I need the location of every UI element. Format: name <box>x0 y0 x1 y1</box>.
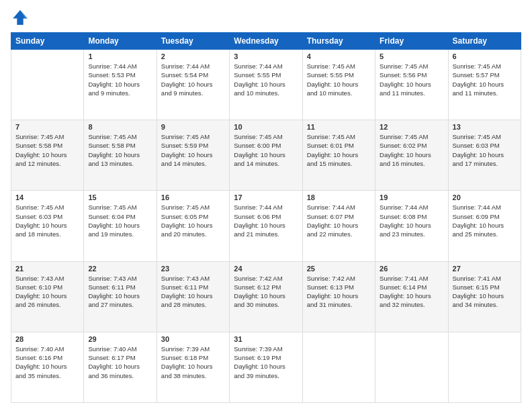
calendar-cell: 6Sunrise: 7:45 AM Sunset: 5:57 PM Daylig… <box>448 50 521 120</box>
day-info: Sunrise: 7:40 AM Sunset: 6:16 PM Dayligh… <box>15 345 79 380</box>
calendar-cell: 12Sunrise: 7:45 AM Sunset: 6:02 PM Dayli… <box>375 120 448 191</box>
calendar-cell: 9Sunrise: 7:45 AM Sunset: 5:59 PM Daylig… <box>157 120 229 191</box>
day-number: 27 <box>453 265 517 273</box>
calendar-cell: 5Sunrise: 7:45 AM Sunset: 5:56 PM Daylig… <box>375 50 448 120</box>
day-info: Sunrise: 7:45 AM Sunset: 5:59 PM Dayligh… <box>161 132 225 168</box>
day-number: 20 <box>453 193 517 201</box>
day-info: Sunrise: 7:44 AM Sunset: 5:53 PM Dayligh… <box>88 62 152 97</box>
calendar-cell <box>375 332 448 402</box>
day-info: Sunrise: 7:44 AM Sunset: 6:06 PM Dayligh… <box>234 203 298 238</box>
weekday-header-wednesday: Wednesday <box>230 33 302 50</box>
day-number: 1 <box>88 52 152 60</box>
calendar-cell: 11Sunrise: 7:45 AM Sunset: 6:01 PM Dayli… <box>302 120 375 191</box>
calendar-cell: 19Sunrise: 7:44 AM Sunset: 6:08 PM Dayli… <box>375 191 448 261</box>
calendar-cell <box>302 332 375 402</box>
day-number: 17 <box>234 193 298 201</box>
day-number: 28 <box>15 335 79 343</box>
calendar-cell: 4Sunrise: 7:45 AM Sunset: 5:55 PM Daylig… <box>302 50 375 120</box>
day-number: 6 <box>453 52 517 60</box>
logo-icon <box>11 8 30 27</box>
day-info: Sunrise: 7:44 AM Sunset: 5:54 PM Dayligh… <box>161 62 225 97</box>
day-info: Sunrise: 7:45 AM Sunset: 6:02 PM Dayligh… <box>380 132 443 168</box>
day-info: Sunrise: 7:44 AM Sunset: 6:09 PM Dayligh… <box>453 203 517 238</box>
day-number: 31 <box>234 335 298 343</box>
day-number: 11 <box>307 123 371 131</box>
week-row-4: 21Sunrise: 7:43 AM Sunset: 6:10 PM Dayli… <box>11 261 521 332</box>
day-info: Sunrise: 7:44 AM Sunset: 5:55 PM Dayligh… <box>234 62 298 97</box>
calendar-cell: 21Sunrise: 7:43 AM Sunset: 6:10 PM Dayli… <box>11 261 84 332</box>
calendar-cell: 31Sunrise: 7:39 AM Sunset: 6:19 PM Dayli… <box>230 332 302 402</box>
weekday-header-monday: Monday <box>84 33 157 50</box>
calendar-cell: 27Sunrise: 7:41 AM Sunset: 6:15 PM Dayli… <box>448 261 521 332</box>
day-info: Sunrise: 7:45 AM Sunset: 5:58 PM Dayligh… <box>15 132 79 168</box>
day-info: Sunrise: 7:45 AM Sunset: 5:58 PM Dayligh… <box>88 132 152 168</box>
calendar-cell: 23Sunrise: 7:43 AM Sunset: 6:11 PM Dayli… <box>157 261 229 332</box>
day-number: 2 <box>161 52 225 60</box>
day-info: Sunrise: 7:41 AM Sunset: 6:14 PM Dayligh… <box>380 274 443 310</box>
logo <box>11 8 32 27</box>
calendar-cell: 17Sunrise: 7:44 AM Sunset: 6:06 PM Dayli… <box>230 191 302 261</box>
day-number: 23 <box>161 265 225 273</box>
day-info: Sunrise: 7:42 AM Sunset: 6:13 PM Dayligh… <box>307 274 371 310</box>
day-number: 5 <box>380 52 443 60</box>
day-number: 30 <box>161 335 225 343</box>
day-info: Sunrise: 7:44 AM Sunset: 6:08 PM Dayligh… <box>380 203 443 238</box>
day-number: 9 <box>161 123 225 131</box>
day-number: 4 <box>307 52 371 60</box>
weekday-header-friday: Friday <box>375 33 448 50</box>
calendar-cell: 2Sunrise: 7:44 AM Sunset: 5:54 PM Daylig… <box>157 50 229 120</box>
weekday-header-tuesday: Tuesday <box>157 33 229 50</box>
day-number: 18 <box>307 193 371 201</box>
day-number: 24 <box>234 265 298 273</box>
calendar-cell: 22Sunrise: 7:43 AM Sunset: 6:11 PM Dayli… <box>84 261 157 332</box>
day-number: 12 <box>380 123 443 131</box>
day-number: 21 <box>15 265 79 273</box>
weekday-header-sunday: Sunday <box>11 33 84 50</box>
day-info: Sunrise: 7:45 AM Sunset: 5:56 PM Dayligh… <box>380 62 443 97</box>
day-info: Sunrise: 7:42 AM Sunset: 6:12 PM Dayligh… <box>234 274 298 310</box>
week-row-1: 1Sunrise: 7:44 AM Sunset: 5:53 PM Daylig… <box>11 50 521 120</box>
calendar-cell: 3Sunrise: 7:44 AM Sunset: 5:55 PM Daylig… <box>230 50 302 120</box>
weekday-row: SundayMondayTuesdayWednesdayThursdayFrid… <box>11 33 521 50</box>
day-number: 3 <box>234 52 298 60</box>
day-number: 22 <box>88 265 152 273</box>
day-number: 25 <box>307 265 371 273</box>
calendar-cell: 28Sunrise: 7:40 AM Sunset: 6:16 PM Dayli… <box>11 332 84 402</box>
calendar-cell: 14Sunrise: 7:45 AM Sunset: 6:03 PM Dayli… <box>11 191 84 261</box>
header <box>11 8 521 27</box>
day-info: Sunrise: 7:45 AM Sunset: 6:04 PM Dayligh… <box>88 203 152 238</box>
calendar-cell: 10Sunrise: 7:45 AM Sunset: 6:00 PM Dayli… <box>230 120 302 191</box>
calendar-page: SundayMondayTuesdayWednesdayThursdayFrid… <box>0 0 532 411</box>
day-number: 26 <box>380 265 443 273</box>
calendar-cell: 18Sunrise: 7:44 AM Sunset: 6:07 PM Dayli… <box>302 191 375 261</box>
day-info: Sunrise: 7:45 AM Sunset: 6:01 PM Dayligh… <box>307 132 371 168</box>
calendar-cell: 16Sunrise: 7:45 AM Sunset: 6:05 PM Dayli… <box>157 191 229 261</box>
day-info: Sunrise: 7:41 AM Sunset: 6:15 PM Dayligh… <box>453 274 517 310</box>
calendar-cell: 13Sunrise: 7:45 AM Sunset: 6:03 PM Dayli… <box>448 120 521 191</box>
day-number: 19 <box>380 193 443 201</box>
day-info: Sunrise: 7:39 AM Sunset: 6:19 PM Dayligh… <box>234 345 298 380</box>
week-row-3: 14Sunrise: 7:45 AM Sunset: 6:03 PM Dayli… <box>11 191 521 261</box>
day-info: Sunrise: 7:45 AM Sunset: 5:57 PM Dayligh… <box>453 62 517 97</box>
day-number: 13 <box>453 123 517 131</box>
day-info: Sunrise: 7:43 AM Sunset: 6:11 PM Dayligh… <box>88 274 152 310</box>
calendar-cell <box>11 50 84 120</box>
day-info: Sunrise: 7:45 AM Sunset: 6:03 PM Dayligh… <box>15 203 79 238</box>
calendar-cell: 30Sunrise: 7:39 AM Sunset: 6:18 PM Dayli… <box>157 332 229 402</box>
calendar-cell: 26Sunrise: 7:41 AM Sunset: 6:14 PM Dayli… <box>375 261 448 332</box>
day-info: Sunrise: 7:45 AM Sunset: 6:03 PM Dayligh… <box>453 132 517 168</box>
calendar-body: 1Sunrise: 7:44 AM Sunset: 5:53 PM Daylig… <box>11 50 521 403</box>
day-number: 15 <box>88 193 152 201</box>
calendar-header: SundayMondayTuesdayWednesdayThursdayFrid… <box>11 33 521 50</box>
calendar-cell: 15Sunrise: 7:45 AM Sunset: 6:04 PM Dayli… <box>84 191 157 261</box>
day-info: Sunrise: 7:45 AM Sunset: 6:00 PM Dayligh… <box>234 132 298 168</box>
day-number: 10 <box>234 123 298 131</box>
day-info: Sunrise: 7:45 AM Sunset: 5:55 PM Dayligh… <box>307 62 371 97</box>
day-info: Sunrise: 7:43 AM Sunset: 6:11 PM Dayligh… <box>161 274 225 310</box>
calendar-table: SundayMondayTuesdayWednesdayThursdayFrid… <box>11 32 521 403</box>
day-info: Sunrise: 7:39 AM Sunset: 6:18 PM Dayligh… <box>161 345 225 380</box>
day-number: 29 <box>88 335 152 343</box>
calendar-cell <box>448 332 521 402</box>
day-info: Sunrise: 7:43 AM Sunset: 6:10 PM Dayligh… <box>15 274 79 310</box>
day-info: Sunrise: 7:44 AM Sunset: 6:07 PM Dayligh… <box>307 203 371 238</box>
